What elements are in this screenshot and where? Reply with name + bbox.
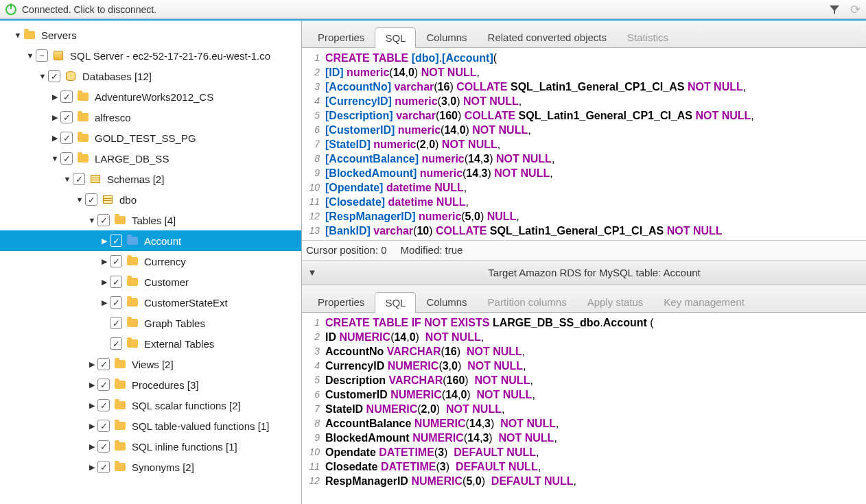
chevron-down-icon[interactable]: ▼ (37, 72, 48, 80)
code-line[interactable]: 6[CustomerID] numeric(14,0) NOT NULL, (302, 123, 866, 137)
code-line[interactable]: 7[StateID] numeric(2,0) NOT NULL, (302, 137, 866, 152)
checkbox-checked[interactable] (48, 70, 60, 82)
tree-db-alfresco[interactable]: ▶ alfresco (0, 107, 301, 128)
chevron-right-icon[interactable]: ▶ (86, 463, 97, 472)
code-line[interactable]: 7StateID NUMERIC(2,0) NOT NULL, (302, 402, 866, 416)
code-line[interactable]: 10Opendate DATETIME(3) DEFAULT NULL, (302, 445, 866, 459)
checkbox-partial[interactable] (36, 49, 48, 62)
tree-table-customerstateext[interactable]: ▶ CustomerStateExt (0, 292, 301, 313)
code-line[interactable]: 11Closedate DATETIME(3) DEFAULT NULL, (302, 459, 866, 474)
checkbox-checked[interactable] (73, 173, 85, 185)
tree-scalar-functions[interactable]: ▶ SQL scalar functions [2] (0, 395, 301, 416)
chevron-right-icon[interactable]: ▶ (99, 237, 110, 245)
code-line[interactable]: 6CustomerID NUMERIC(14,0) NOT NULL, (302, 387, 866, 402)
source-sql-editor[interactable]: 1CREATE TABLE [dbo].[Account](2[ID] nume… (302, 48, 866, 240)
checkbox-checked[interactable] (60, 132, 73, 144)
tree-db-large[interactable]: ▼ LARGE_DB_SS (0, 148, 301, 169)
code-line[interactable]: 4[CurrencyID] numeric(3,0) NOT NULL, (302, 94, 866, 108)
chevron-right-icon[interactable]: ▶ (86, 360, 97, 369)
checkbox-checked[interactable] (97, 358, 110, 370)
target-sql-editor[interactable]: 1CREATE TABLE IF NOT EXISTS LARGE_DB_SS_… (302, 313, 866, 505)
tree-servers[interactable]: ▼ Servers (0, 25, 301, 45)
chevron-right-icon[interactable]: ▶ (86, 381, 97, 389)
tree-table-account[interactable]: ▶ Account (0, 230, 301, 251)
code-line[interactable]: 8[AccountBalance] numeric(14,3) NOT NULL… (302, 152, 866, 166)
tree-external-tables[interactable]: ▶ External Tables (0, 333, 301, 354)
tree-tablevalued-functions[interactable]: ▶ SQL table-valued functions [1] (0, 416, 301, 436)
chevron-right-icon[interactable]: ▶ (99, 257, 110, 266)
tab-target-sql[interactable]: SQL (375, 292, 416, 313)
code-line[interactable]: 2ID NUMERIC(14,0) NOT NULL, (302, 330, 866, 344)
tree-inline-functions[interactable]: ▶ SQL inline functions [1] (0, 436, 301, 457)
checkbox-checked[interactable] (97, 461, 110, 473)
checkbox-checked[interactable] (97, 420, 110, 432)
checkbox-checked[interactable] (60, 91, 73, 103)
checkbox-checked[interactable] (110, 276, 122, 288)
chevron-down-icon[interactable]: ▼ (49, 154, 60, 163)
collapse-button[interactable]: ▼ (302, 267, 323, 278)
code-line[interactable]: 5Description VARCHAR(160) NOT NULL, (302, 373, 866, 387)
chevron-down-icon[interactable]: ▼ (62, 175, 73, 183)
chevron-down-icon[interactable]: ▼ (74, 195, 85, 204)
tab-related[interactable]: Related converted objects (478, 27, 617, 47)
checkbox-checked[interactable] (110, 337, 122, 350)
tab-sql[interactable]: SQL (375, 27, 416, 48)
tree-graph-tables[interactable]: ▶ Graph Tables (0, 313, 301, 333)
checkbox-checked[interactable] (60, 152, 73, 165)
chevron-right-icon[interactable]: ▶ (86, 401, 97, 410)
code-line[interactable]: 12[RespManagerID] numeric(5,0) NULL, (302, 209, 866, 224)
code-line[interactable]: 12RespManagerID NUMERIC(5,0) DEFAULT NUL… (302, 474, 866, 488)
code-line[interactable]: 1CREATE TABLE [dbo].[Account]( (302, 51, 866, 65)
chevron-right-icon[interactable]: ▶ (99, 278, 110, 287)
checkbox-checked[interactable] (110, 255, 122, 267)
code-line[interactable]: 9BlockedAmount NUMERIC(14,3) NOT NULL, (302, 431, 866, 445)
tree-schemas[interactable]: ▼ Schemas [2] (0, 169, 301, 189)
checkbox-checked[interactable] (97, 399, 110, 411)
tab-target-properties[interactable]: Properties (307, 291, 375, 312)
checkbox-checked[interactable] (110, 317, 122, 329)
code-line[interactable]: 3AccountNo VARCHAR(16) NOT NULL, (302, 344, 866, 359)
code-line[interactable]: 3[AccountNo] varchar(16) COLLATE SQL_Lat… (302, 80, 866, 94)
code-line[interactable]: 13[BankID] varchar(10) COLLATE SQL_Latin… (302, 224, 866, 238)
tree-tables[interactable]: ▼ Tables [4] (0, 210, 301, 230)
tab-columns[interactable]: Columns (416, 27, 477, 47)
code-line[interactable]: 2[ID] numeric(14,0) NOT NULL, (302, 65, 866, 80)
filter-icon[interactable] (828, 3, 841, 16)
chevron-right-icon[interactable]: ▶ (49, 134, 60, 143)
power-icon[interactable] (5, 4, 16, 15)
connection-status-text[interactable]: Connected. Click to disconnect. (22, 4, 828, 15)
tab-target-columns[interactable]: Columns (416, 291, 477, 312)
chevron-down-icon[interactable]: ▼ (12, 31, 23, 39)
checkbox-checked[interactable] (60, 111, 73, 123)
tree-synonyms[interactable]: ▶ Synonyms [2] (0, 457, 301, 477)
checkbox-checked[interactable] (110, 296, 122, 309)
chevron-right-icon[interactable]: ▶ (99, 298, 110, 307)
tab-properties[interactable]: Properties (307, 27, 375, 47)
code-line[interactable]: 1CREATE TABLE IF NOT EXISTS LARGE_DB_SS_… (302, 315, 866, 330)
tree-table-currency[interactable]: ▶ Currency (0, 251, 301, 272)
code-line[interactable]: 8AccountBalance NUMERIC(14,3) NOT NULL, (302, 416, 866, 431)
tree-db-adventureworks[interactable]: ▶ AdventureWorks2012_CS (0, 86, 301, 107)
checkbox-checked[interactable] (97, 214, 110, 226)
chevron-right-icon[interactable]: ▶ (86, 422, 97, 431)
tree-db-goldtest[interactable]: ▶ GOLD_TEST_SS_PG (0, 128, 301, 148)
chevron-right-icon[interactable]: ▶ (86, 442, 97, 451)
code-line[interactable]: 10[Opendate] datetime NULL, (302, 180, 866, 195)
chevron-right-icon[interactable]: ▶ (49, 93, 60, 101)
tree-sqlserver[interactable]: ▼ SQL Server - ec2-52-17-21-76.eu-west-1… (0, 45, 301, 66)
checkbox-checked[interactable] (97, 379, 110, 391)
checkbox-checked[interactable] (97, 440, 110, 453)
code-line[interactable]: 5[Description] varchar(160) COLLATE SQL_… (302, 108, 866, 123)
code-line[interactable]: 11[Closedate] datetime NULL, (302, 195, 866, 209)
checkbox-checked[interactable] (110, 235, 122, 247)
code-line[interactable]: 4CurrencyID NUMERIC(3,0) NOT NULL, (302, 359, 866, 373)
checkbox-checked[interactable] (85, 193, 97, 206)
tree-table-customer[interactable]: ▶ Customer (0, 272, 301, 292)
chevron-right-icon[interactable]: ▶ (49, 113, 60, 122)
tree-databases[interactable]: ▼ Databases [12] (0, 66, 301, 86)
code-line[interactable]: 9[BlockedAmount] numeric(14,3) NOT NULL, (302, 166, 866, 180)
chevron-down-icon[interactable]: ▼ (86, 216, 97, 224)
tree-schema-dbo[interactable]: ▼ dbo (0, 189, 301, 210)
tree-views[interactable]: ▶ Views [2] (0, 354, 301, 374)
chevron-down-icon[interactable]: ▼ (25, 51, 36, 60)
